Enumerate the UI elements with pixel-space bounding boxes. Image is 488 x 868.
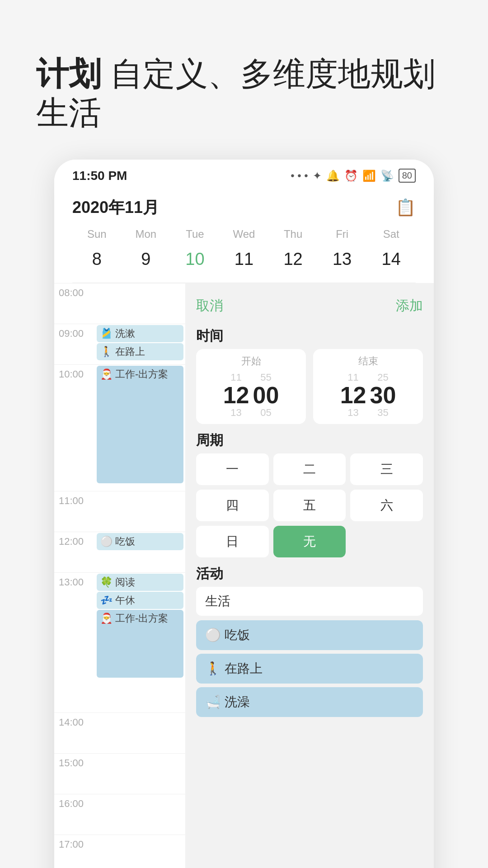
date-13[interactable]: 13	[318, 245, 367, 274]
status-time: 11:50 PM	[72, 169, 127, 183]
period-none[interactable]: 无	[273, 526, 346, 557]
event-work2[interactable]: 🎅 工作-出方案	[97, 610, 183, 678]
period-tue[interactable]: 二	[273, 453, 346, 485]
event-chifan1[interactable]: ⚪ 吃饭	[97, 533, 183, 550]
events-0900: 🎽 洗漱 🚶 在路上	[95, 324, 185, 361]
slot-1600: 16:00	[54, 794, 185, 835]
calendar-icon[interactable]: 📋	[395, 198, 416, 217]
slot-1300: 13:00 🍀 阅读 💤 午休 🎅 工作-出方案	[54, 572, 185, 712]
period-grid: 一 二 三 四 五 六 日 无	[196, 453, 423, 557]
end-label: 结束	[319, 354, 418, 368]
battery-icon: 80	[399, 169, 416, 183]
events-1300: 🍀 阅读 💤 午休 🎅 工作-出方案	[95, 573, 185, 679]
date-8[interactable]: 8	[72, 245, 122, 274]
time-1000: 10:00	[54, 365, 95, 380]
events-1200: ⚪ 吃饭	[95, 532, 185, 551]
action-row: 取消 添加	[196, 292, 423, 320]
day-sat: Sat	[366, 223, 416, 245]
day-fri: Fri	[318, 223, 367, 245]
activity-list: ⚪ 吃饭 🚶 在路上 🛁 洗澡	[196, 620, 423, 717]
event-xishu[interactable]: 🎽 洗漱	[97, 325, 183, 342]
day-headers: Sun Mon Tue Wed Thu Fri Sat	[54, 223, 434, 245]
day-numbers: 8 9 10 11 12 13 14	[54, 245, 434, 283]
start-time-picker[interactable]: 开始 11 12 13 55 00 05	[196, 349, 306, 424]
end-scroll: 11 12 13 25 30 35	[319, 372, 418, 419]
event-zailu[interactable]: 🚶 在路上	[97, 343, 183, 360]
slot-1200: 12:00 ⚪ 吃饭	[54, 532, 185, 572]
period-wed[interactable]: 三	[350, 453, 423, 485]
cancel-button[interactable]: 取消	[196, 297, 223, 315]
period-thu[interactable]: 四	[196, 490, 269, 521]
time-1300: 13:00	[54, 573, 95, 588]
slot-1100: 11:00	[54, 491, 185, 532]
time-1200: 12:00	[54, 532, 95, 547]
activity-section-title: 活动	[196, 565, 423, 583]
activity-input[interactable]	[196, 587, 423, 616]
date-12[interactable]: 12	[268, 245, 318, 274]
day-mon: Mon	[122, 223, 171, 245]
time-1600: 16:00	[54, 794, 95, 810]
slot-1000: 10:00 🎅 工作-出方案	[54, 364, 185, 491]
time-0800: 08:00	[54, 283, 95, 299]
date-9[interactable]: 9	[122, 245, 171, 274]
event-yuedu[interactable]: 🍀 阅读	[97, 574, 183, 591]
time-picker-container: 开始 11 12 13 55 00 05	[196, 349, 423, 424]
period-fri[interactable]: 五	[273, 490, 346, 521]
activity-chifan[interactable]: ⚪ 吃饭	[196, 620, 423, 650]
period-section-title: 周期	[196, 431, 423, 450]
period-sun[interactable]: 日	[196, 526, 269, 557]
title-bold: 计划	[36, 56, 101, 92]
activity-xizao[interactable]: 🛁 洗澡	[196, 687, 423, 717]
time-section: 时间 开始 11 12 13 55 0	[196, 327, 423, 424]
calendar-header: 2020年11月 📋	[54, 188, 434, 223]
event-work1[interactable]: 🎅 工作-出方案	[97, 366, 183, 483]
phone-mockup: 11:50 PM • • • ✦ 🔔 ⏰ 📶 📡 80 2020年11月 📋 S…	[54, 160, 434, 868]
start-label: 开始	[202, 354, 300, 368]
schedule: 08:00 09:00 🎽 洗漱 🚶 在路上 10:00 🎅 工作-出方案 11…	[54, 283, 185, 868]
page-header: 计划 自定义、多维度地规划生活	[0, 0, 488, 160]
events-1000: 🎅 工作-出方案	[95, 365, 185, 484]
main-content: 08:00 09:00 🎽 洗漱 🚶 在路上 10:00 🎅 工作-出方案 11…	[54, 283, 434, 868]
start-scroll: 11 12 13 55 00 05	[202, 372, 300, 419]
day-thu: Thu	[268, 223, 318, 245]
day-sun: Sun	[72, 223, 122, 245]
calendar-month: 2020年11月	[72, 197, 159, 219]
date-14[interactable]: 14	[366, 245, 416, 274]
time-1400: 14:00	[54, 713, 95, 728]
period-sat[interactable]: 六	[350, 490, 423, 521]
date-11[interactable]: 11	[220, 245, 269, 274]
slot-1700: 17:00	[54, 835, 185, 868]
add-button[interactable]: 添加	[396, 297, 423, 315]
status-icons: • • • ✦ 🔔 ⏰ 📶 📡 80	[291, 169, 416, 183]
page-title: 计划 自定义、多维度地规划生活	[36, 54, 452, 132]
slot-1500: 15:00	[54, 753, 185, 794]
slot-1400: 14:00	[54, 712, 185, 753]
right-panel: 取消 添加 时间 开始 11 12 13	[185, 283, 434, 868]
slot-0900: 09:00 🎽 洗漱 🚶 在路上	[54, 324, 185, 364]
slot-0800: 08:00	[54, 283, 185, 324]
event-wuxiu[interactable]: 💤 午休	[97, 592, 183, 609]
period-mon[interactable]: 一	[196, 453, 269, 485]
day-tue: Tue	[170, 223, 220, 245]
time-1700: 17:00	[54, 835, 95, 850]
time-1100: 11:00	[54, 491, 95, 507]
activity-zailu[interactable]: 🚶 在路上	[196, 654, 423, 684]
time-1500: 15:00	[54, 754, 95, 769]
time-0900: 09:00	[54, 324, 95, 340]
time-section-title: 时间	[196, 327, 423, 345]
date-10[interactable]: 10	[170, 245, 220, 274]
period-section: 周期 一 二 三 四 五 六 日 无	[196, 431, 423, 557]
status-bar: 11:50 PM • • • ✦ 🔔 ⏰ 📶 📡 80	[54, 160, 434, 188]
end-time-picker[interactable]: 结束 11 12 13 25 30 35	[313, 349, 423, 424]
day-wed: Wed	[220, 223, 269, 245]
activity-section: 活动 ⚪ 吃饭 🚶 在路上 🛁 洗澡	[196, 565, 423, 717]
